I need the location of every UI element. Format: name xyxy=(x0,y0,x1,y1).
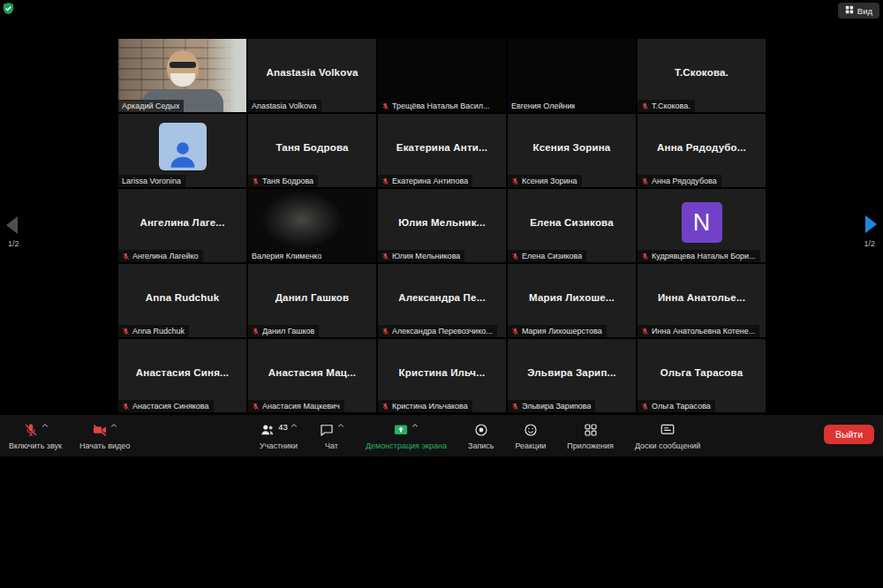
participant-label-text: Данил Гашков xyxy=(262,327,314,335)
participant-name: Екатерина Анти... xyxy=(378,114,506,180)
participant-tile[interactable]: Ксения ЗоринаКсения Зорина xyxy=(508,114,636,187)
leave-button[interactable]: Выйти xyxy=(824,425,874,444)
participant-tile[interactable]: Юлия Мельник...Юлия Мельникова xyxy=(378,189,506,262)
reactions-icon xyxy=(523,422,539,438)
security-shield-icon[interactable] xyxy=(2,2,15,15)
participant-tile[interactable]: Ольга ТарасоваОльга Тарасова xyxy=(638,339,766,412)
participant-label-text: Anastasia Volkova xyxy=(252,102,317,110)
participant-tile[interactable]: Трещёва Наталья Васил... xyxy=(378,39,506,112)
toolbar-item-label: Чат xyxy=(325,441,338,450)
participant-label: Larissa Voronina xyxy=(118,175,185,187)
participant-label-text: Инна Анатольевна Котене... xyxy=(652,327,755,335)
participant-label-text: Ольга Тарасова xyxy=(652,402,711,411)
participant-label: Ольга Тарасова xyxy=(638,400,715,412)
participant-label-text: Александра Перевозчико... xyxy=(392,327,493,335)
zoom-meeting-window: Вид 1/2 1/2 Аркадий СедыхAnastasia Volko… xyxy=(0,0,883,588)
video-off-icon xyxy=(92,422,108,438)
participant-label: Мария Лихошерстова xyxy=(508,325,607,337)
share-screen-button[interactable]: Демонстрация экрана xyxy=(357,415,456,456)
prev-page-arrow[interactable] xyxy=(6,216,18,234)
participant-tile[interactable]: Кристина Ильч...Кристина Ильчакова xyxy=(378,339,506,412)
participants-icon xyxy=(260,422,275,438)
muted-mic-icon xyxy=(252,177,260,185)
participant-label: Александра Перевозчико... xyxy=(378,325,497,337)
share-screen-icon xyxy=(393,422,409,438)
participant-label: Екатерина Антипова xyxy=(378,175,472,187)
record-button[interactable]: Запись xyxy=(459,415,503,456)
person-avatar-icon xyxy=(159,123,207,170)
toolbar-item-label: Доски сообщений xyxy=(635,441,700,450)
chat-button[interactable]: Чат xyxy=(310,415,353,456)
participant-name: Т.Скокова. xyxy=(638,39,766,105)
participant-tile[interactable]: Елена СизиковаЕлена Сизикова xyxy=(508,189,636,262)
participant-tile[interactable]: Анастасия Мац...Анастасия Мацкевич xyxy=(248,339,376,412)
muted-mic-icon xyxy=(122,253,130,260)
participant-tile[interactable]: Т.Скокова.Т.Скокова. xyxy=(638,39,766,112)
participant-name: Юлия Мельник... xyxy=(378,189,506,255)
muted-mic-icon xyxy=(641,177,649,185)
participant-tile[interactable]: Данил ГашковДанил Гашков xyxy=(248,264,376,337)
apps-icon xyxy=(583,422,599,438)
chevron-up-icon[interactable] xyxy=(337,423,344,428)
participant-tile[interactable]: Larissa Voronina xyxy=(118,114,246,187)
participant-tile[interactable]: Мария Лихоше...Мария Лихошерстова xyxy=(508,264,636,337)
participant-tile[interactable]: Ангелина Лаге...Ангелина Лагейко xyxy=(118,189,246,262)
participants-button[interactable]: 43Участники xyxy=(251,415,306,456)
participant-label: Кудрявцева Наталья Бори... xyxy=(638,250,760,262)
chevron-up-icon[interactable] xyxy=(110,423,117,428)
participant-tile[interactable]: Аркадий Седых xyxy=(118,39,246,112)
start-video-button[interactable]: Начать видео xyxy=(71,415,139,456)
participant-tile[interactable]: Анна Рядодубо...Анна Рядодубова xyxy=(638,114,766,187)
participant-label: Елена Сизикова xyxy=(508,250,586,262)
participant-tile[interactable]: Анастасия Синя...Анастасия Синякова xyxy=(118,339,246,412)
muted-mic-icon xyxy=(641,102,649,110)
chevron-up-icon[interactable] xyxy=(42,423,49,428)
muted-mic-icon xyxy=(641,403,649,411)
apps-button[interactable]: Приложения xyxy=(558,415,623,456)
participant-tile[interactable]: Инна Анатолье...Инна Анатольевна Котене.… xyxy=(638,264,766,337)
participant-label: Евгения Олейник xyxy=(508,100,579,112)
muted-mic-icon xyxy=(381,177,389,185)
toolbar-item-label: Приложения xyxy=(567,441,614,450)
participant-label: Таня Бодрова xyxy=(248,175,318,187)
view-button[interactable]: Вид xyxy=(838,3,879,19)
participant-tile[interactable]: Евгения Олейник xyxy=(508,39,636,112)
muted-mic-icon xyxy=(122,403,130,411)
participant-name: Anastasia Volkova xyxy=(248,39,376,105)
participant-tile[interactable]: Эльвира Зарип...Эльвира Зарипова xyxy=(508,339,636,412)
participant-tile[interactable]: Таня БодроваТаня Бодрова xyxy=(248,114,376,187)
muted-mic-icon xyxy=(511,403,519,411)
toolbar-item-label: Начать видео xyxy=(79,441,130,450)
muted-mic-icon xyxy=(381,253,389,260)
muted-mic-icon xyxy=(511,328,519,335)
muted-mic-icon xyxy=(252,403,260,411)
page-indicator-left: 1/2 xyxy=(8,239,19,248)
unmute-button[interactable]: Включить звук xyxy=(0,415,71,456)
participant-tile[interactable]: Anastasia VolkovaAnastasia Volkova xyxy=(248,39,376,112)
participants-count: 43 xyxy=(278,422,288,433)
participant-tile[interactable]: Екатерина Анти...Екатерина Антипова xyxy=(378,114,506,187)
toolbar-left-group: Включить звукНачать видео xyxy=(0,415,139,456)
participant-tile[interactable]: Валерия Клименко xyxy=(248,189,376,262)
toolbar-item-label: Участники xyxy=(260,441,298,450)
participant-label-text: Larissa Voronina xyxy=(122,177,181,185)
next-page-arrow[interactable] xyxy=(865,215,877,233)
participant-name: Данил Гашков xyxy=(248,264,376,330)
participant-label-text: Анастасия Синякова xyxy=(132,402,209,411)
muted-mic-icon xyxy=(381,403,389,411)
participant-label-text: Анна Рядодубова xyxy=(652,177,717,185)
muted-mic-icon xyxy=(511,253,519,260)
whiteboards-button[interactable]: Доски сообщений xyxy=(626,415,709,456)
participant-grid: Аркадий СедыхAnastasia VolkovaAnastasia … xyxy=(118,39,766,412)
participant-tile[interactable]: Anna RudchukAnna Rudchuk xyxy=(118,264,246,337)
participant-name: Ольга Тарасова xyxy=(638,339,766,405)
participant-label-text: Кристина Ильчакова xyxy=(392,402,468,411)
toolbar-item-label: Включить звук xyxy=(9,441,62,450)
reactions-button[interactable]: Реакции xyxy=(507,415,555,456)
chevron-up-icon[interactable] xyxy=(291,423,298,428)
toolbar-center-group: 43УчастникиЧатДемонстрация экранаЗаписьР… xyxy=(251,415,709,456)
participant-label: Анастасия Синякова xyxy=(118,400,214,412)
participant-tile[interactable]: NКудрявцева Наталья Бори... xyxy=(638,189,766,262)
participant-tile[interactable]: Александра Пе...Александра Перевозчико..… xyxy=(378,264,506,337)
chevron-up-icon[interactable] xyxy=(411,423,419,428)
